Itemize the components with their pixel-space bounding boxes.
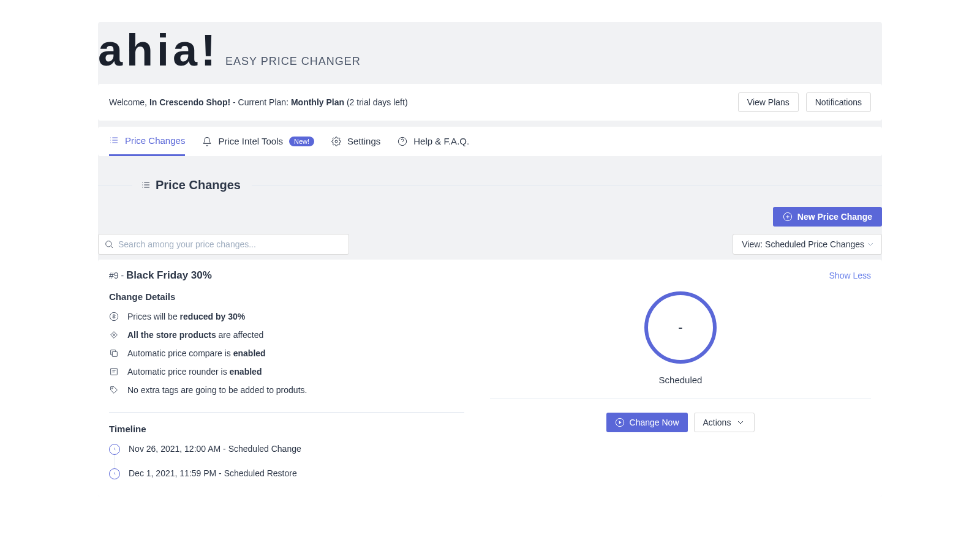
clock-icon: [109, 468, 120, 479]
play-circle-icon: [615, 418, 625, 427]
notifications-button[interactable]: Notifications: [806, 92, 871, 112]
tab-label: Help & F.A.Q.: [413, 136, 469, 146]
tab-price-changes[interactable]: Price Changes: [109, 127, 185, 156]
card-header: #9 - Black Friday 30% Show Less: [98, 260, 882, 291]
timeline: Nov 26, 2021, 12:00 AM - Scheduled Chang…: [109, 444, 490, 479]
show-less-link[interactable]: Show Less: [829, 271, 871, 280]
timeline-heading: Timeline: [109, 424, 490, 434]
new-badge: New!: [289, 137, 314, 146]
detail-row: Automatic price rounder is enabled: [109, 367, 490, 377]
toolbar: New Price Change: [98, 207, 882, 227]
help-icon: [398, 137, 407, 146]
detail-row: Automatic price compare is enabled: [109, 348, 490, 358]
price-change-card: #9 - Black Friday 30% Show Less Change D…: [98, 260, 882, 497]
card-title: #9 - Black Friday 30%: [109, 269, 212, 282]
chevron-down-icon: [865, 239, 875, 249]
change-details-heading: Change Details: [109, 291, 490, 302]
dollar-circle-icon: [109, 312, 119, 321]
note-icon: [109, 367, 119, 377]
actions-dropdown[interactable]: Actions: [694, 413, 755, 432]
clock-icon: [109, 444, 120, 455]
svg-point-6: [335, 140, 337, 143]
tab-label: Settings: [347, 136, 380, 146]
search-input[interactable]: [98, 234, 349, 255]
logo-text: ahia!: [98, 31, 219, 70]
svg-point-18: [106, 241, 111, 246]
main-tabs: Price Changes Price Intel Tools New! Set…: [98, 127, 882, 156]
copy-icon: [109, 348, 119, 358]
filter-row: View: Scheduled Price Changes: [98, 234, 882, 255]
status-label: Scheduled: [659, 375, 703, 385]
bell-icon: [202, 137, 212, 146]
tab-help[interactable]: Help & F.A.Q.: [398, 127, 469, 156]
change-now-button[interactable]: Change Now: [606, 413, 688, 432]
logo-tagline: EASY PRICE CHANGER: [225, 55, 361, 68]
gear-icon: [331, 137, 341, 146]
brand-header: ahia! EASY PRICE CHANGER: [98, 22, 882, 84]
svg-rect-24: [111, 368, 118, 375]
welcome-text: Welcome, In Crescendo Shop! - Current Pl…: [109, 97, 408, 107]
svg-line-19: [111, 246, 113, 248]
section-title: Price Changes: [156, 178, 241, 192]
new-price-change-button[interactable]: New Price Change: [773, 207, 882, 227]
timeline-item: Dec 1, 2021, 11:59 PM - Scheduled Restor…: [109, 468, 490, 479]
svg-marker-21: [111, 331, 118, 338]
plus-circle-icon: [783, 212, 793, 222]
chevron-down-icon: [736, 418, 745, 427]
svg-rect-23: [112, 351, 117, 356]
svg-point-27: [112, 388, 113, 388]
tab-label: Price Changes: [125, 135, 185, 146]
svg-marker-29: [619, 421, 621, 424]
tag-icon: [109, 385, 119, 395]
timeline-item: Nov 26, 2021, 12:00 AM - Scheduled Chang…: [109, 444, 490, 455]
search-icon: [104, 239, 114, 249]
detail-row: Prices will be reduced by 30%: [109, 312, 490, 321]
list-icon: [141, 180, 151, 190]
svg-point-22: [113, 334, 115, 335]
tab-settings[interactable]: Settings: [331, 127, 380, 156]
target-icon: [109, 330, 119, 340]
status-progress-circle: -: [644, 291, 717, 364]
detail-row: No extra tags are going to be added to p…: [109, 385, 490, 395]
welcome-bar: Welcome, In Crescendo Shop! - Current Pl…: [98, 84, 882, 121]
detail-row: All the store products are affected: [109, 330, 490, 340]
tab-label: Price Intel Tools: [218, 136, 283, 146]
section-heading: Price Changes: [98, 178, 882, 192]
view-plans-button[interactable]: View Plans: [738, 92, 799, 112]
view-filter-select[interactable]: View: Scheduled Price Changes: [733, 234, 882, 255]
tab-price-intel[interactable]: Price Intel Tools New!: [202, 127, 314, 156]
list-icon: [109, 135, 119, 145]
